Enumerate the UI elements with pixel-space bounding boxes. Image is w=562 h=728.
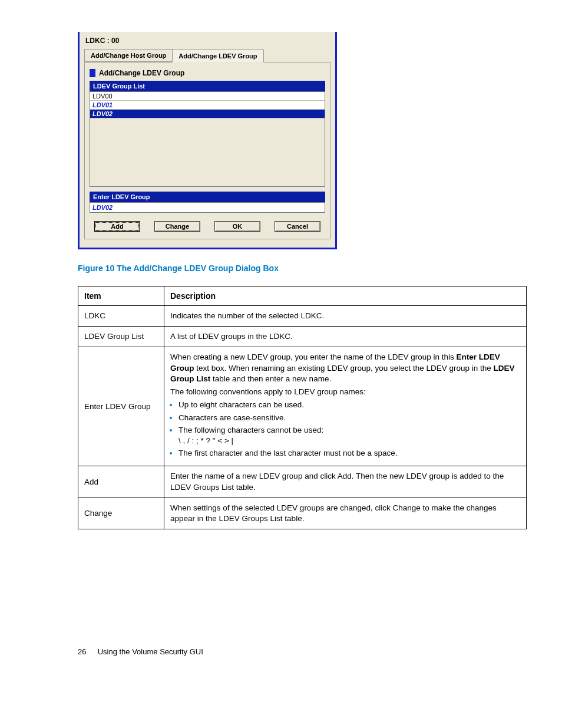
list-item[interactable]: LDV01 <box>90 101 325 110</box>
section-title-text: Add/Change LDEV Group <box>99 69 184 77</box>
list-item[interactable]: LDV00 <box>90 92 325 101</box>
cell-desc: Indicates the number of the selected LDK… <box>164 306 527 327</box>
cancel-button[interactable]: Cancel <box>275 221 320 232</box>
dialog-title: LDKC : 00 <box>85 37 330 45</box>
figure-caption: Figure 10 The Add/Change LDEV Group Dial… <box>78 263 527 273</box>
cell-item: Add <box>78 466 164 498</box>
tab-ldev-group[interactable]: Add/Change LDEV Group <box>172 50 263 62</box>
list-item: The first character and the last charact… <box>178 448 520 459</box>
footer-text: Using the Volume Security GUI <box>98 647 203 656</box>
cell-desc: A list of LDEV groups in the LDKC. <box>164 327 527 347</box>
list-item: Characters are case-sensitive. <box>178 413 520 423</box>
table-row: Change When settings of the selected LDE… <box>78 498 527 529</box>
cell-desc: When settings of the selected LDEV group… <box>164 498 527 529</box>
cell-item: Change <box>78 498 164 529</box>
add-button[interactable]: Add <box>94 221 140 232</box>
ok-button[interactable]: OK <box>214 221 260 232</box>
table-row: Add Enter the name of a new LDEV group a… <box>78 466 527 498</box>
table-row: Enter LDEV Group When creating a new LDE… <box>78 347 527 466</box>
description-table: Item Description LDKC Indicates the numb… <box>78 286 527 529</box>
tab-strip: Add/Change Host Group Add/Change LDEV Gr… <box>84 49 330 62</box>
th-item: Item <box>78 286 164 306</box>
list-item: Up to eight characters can be used. <box>178 400 520 410</box>
page-number: 26 <box>78 647 95 656</box>
list-item: The following characters cannot be used:… <box>178 425 520 446</box>
change-button[interactable]: Change <box>154 221 200 232</box>
button-row: Add Change OK Cancel <box>90 221 325 232</box>
section-title: Add/Change LDEV Group <box>90 69 325 77</box>
table-row: LDEV Group List A list of LDEV groups in… <box>78 327 527 347</box>
tab-host-group[interactable]: Add/Change Host Group <box>84 49 173 62</box>
th-desc: Description <box>164 286 527 306</box>
cell-item: LDEV Group List <box>78 327 164 347</box>
enter-ldev-group-header: Enter LDEV Group <box>90 192 325 202</box>
cell-item: Enter LDEV Group <box>78 347 164 466</box>
ldev-group-list[interactable]: LDV00 LDV01 LDV02 <box>90 91 325 187</box>
cell-desc: When creating a new LDEV group, you ente… <box>164 347 527 466</box>
cell-item: LDKC <box>78 306 164 327</box>
section-marker-icon <box>90 69 95 77</box>
ldev-group-list-header: LDEV Group List <box>90 81 325 91</box>
enter-ldev-group-input[interactable]: LDV02 <box>90 202 325 213</box>
page-footer: 26 Using the Volume Security GUI <box>78 647 527 656</box>
list-item[interactable]: LDV02 <box>90 110 325 118</box>
cell-desc: Enter the name of a new LDEV group and c… <box>164 466 527 498</box>
table-row: LDKC Indicates the number of the selecte… <box>78 306 527 327</box>
dialog-box: LDKC : 00 Add/Change Host Group Add/Chan… <box>78 32 337 249</box>
tab-panel-ldev: Add/Change LDEV Group LDEV Group List LD… <box>84 62 330 239</box>
